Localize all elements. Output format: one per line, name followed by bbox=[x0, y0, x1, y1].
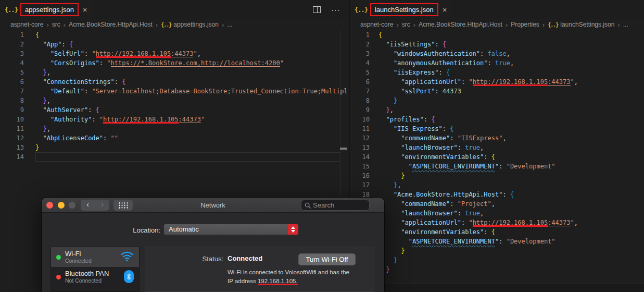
token: , bbox=[510, 59, 514, 67]
url-link[interactable]: :44373 bbox=[171, 50, 193, 57]
line-number: 9 bbox=[350, 105, 370, 115]
line-content: "CorsOrigins": "https://*.BookStore.com,… bbox=[24, 58, 284, 68]
code-line[interactable]: 16 } bbox=[350, 171, 644, 180]
code-line[interactable]: 11 "IIS Express": { bbox=[350, 124, 644, 133]
wifi-icon bbox=[120, 250, 134, 264]
code-line[interactable]: 9 }, bbox=[350, 105, 644, 115]
token: { bbox=[378, 31, 382, 39]
code-line[interactable]: 1{ bbox=[350, 30, 644, 40]
code-line[interactable]: 13 "launchBrowser": true, bbox=[350, 143, 644, 152]
window-titlebar[interactable]: ‹ › Network Search bbox=[42, 198, 384, 213]
code-line[interactable]: 2 "App": { bbox=[0, 40, 349, 49]
red-annotated-url[interactable]: http://192.168.1.105 bbox=[103, 116, 179, 124]
code-line[interactable]: 1{ bbox=[0, 30, 349, 40]
code-line[interactable]: 19 "commandName": "Project", bbox=[350, 199, 644, 209]
close-tab-icon[interactable]: × bbox=[83, 5, 87, 14]
code-line[interactable]: 7 "sslPort": 44373 bbox=[350, 87, 644, 96]
line-content: "environmentVariables": { bbox=[370, 152, 495, 162]
token: , bbox=[197, 50, 201, 57]
tab-launchsettings-json[interactable]: {..} launchSettings.json × bbox=[350, 0, 452, 19]
url-link[interactable]: :44373 bbox=[179, 116, 201, 123]
service-status: Not Connected bbox=[65, 277, 102, 284]
code-line[interactable]: 9 "AuthServer": { bbox=[0, 105, 349, 115]
search-field[interactable]: Search bbox=[301, 200, 370, 211]
code-line[interactable]: 5 "iisExpress": { bbox=[350, 68, 644, 77]
breadcrumb-separator: › bbox=[222, 21, 224, 29]
breadcrumb-item[interactable]: src bbox=[402, 21, 410, 28]
code-line[interactable]: 23 "ASPNETCORE_ENVIRONMENT": "Developmen… bbox=[350, 237, 644, 246]
code-line[interactable]: 8 } bbox=[350, 96, 644, 105]
code-line[interactable]: 11 }, bbox=[0, 124, 349, 133]
code-line[interactable]: 20 "launchBrowser": true, bbox=[350, 209, 644, 218]
overview-ruler-cursor-marker[interactable] bbox=[340, 148, 347, 150]
breadcrumb-item[interactable]: aspnet-core bbox=[10, 21, 43, 28]
code-line[interactable]: 8 }, bbox=[0, 96, 349, 105]
breadcrumb-item[interactable]: ... bbox=[623, 21, 628, 28]
breadcrumb-item[interactable]: Acme.BookStore.HttpApi.Host bbox=[419, 21, 502, 28]
service-row-wi-fi[interactable]: Wi-FiConnected bbox=[51, 247, 139, 267]
code-line[interactable]: 22 "environmentVariables": { bbox=[350, 227, 644, 237]
service-name: Bluetooth PAN bbox=[65, 270, 109, 277]
code-line[interactable]: 4 "anonymousAuthentication": true, bbox=[350, 58, 644, 68]
service-row-bluetooth-pan[interactable]: Bluetooth PANNot Connected bbox=[51, 267, 139, 287]
red-annotated-url[interactable]: http://192.168.1.105 bbox=[473, 78, 548, 86]
breadcrumb-item[interactable]: ... bbox=[227, 21, 232, 28]
code-line[interactable]: 13} bbox=[0, 143, 349, 152]
more-actions-icon[interactable]: ··· bbox=[331, 7, 340, 13]
json-file-icon: {..} bbox=[548, 22, 558, 28]
line-content: }, bbox=[370, 105, 394, 115]
code-line[interactable]: 21 "applicationUrl": "http://192.168.1.1… bbox=[350, 218, 644, 227]
line-content: "anonymousAuthentication": true, bbox=[370, 58, 514, 68]
code-line[interactable]: 24 } bbox=[350, 246, 644, 256]
code-line[interactable]: 12 "AbpLicenseCode": "" bbox=[0, 133, 349, 143]
turn-wifi-off-button[interactable]: Turn Wi-Fi Off bbox=[298, 253, 356, 265]
code-line[interactable]: 5 }, bbox=[0, 68, 349, 77]
code-line[interactable]: 18 "Acme.BookStore.HttpApi.Host": { bbox=[350, 190, 644, 199]
line-content: "commandName": "Project", bbox=[370, 199, 495, 209]
line-content: "AuthServer": { bbox=[24, 105, 99, 115]
breadcrumb-item[interactable]: src bbox=[52, 21, 60, 28]
code-line[interactable]: 17 }, bbox=[350, 180, 644, 190]
token: "commandName" bbox=[378, 200, 450, 208]
code-line[interactable]: 15 "ASPNETCORE_ENVIRONMENT": "Developmen… bbox=[350, 162, 644, 171]
url-link[interactable]: https://*.BookStore.com,http://localhost… bbox=[111, 59, 280, 67]
breadcrumb-item[interactable]: Properties bbox=[511, 21, 539, 28]
code-line[interactable]: 7 "Default": "Server=localhost;Database=… bbox=[0, 87, 349, 96]
line-content: "windowsAuthentication": false, bbox=[370, 49, 510, 58]
token: " bbox=[107, 59, 110, 67]
token: : bbox=[461, 219, 469, 226]
line-number: 12 bbox=[0, 133, 24, 143]
code-line[interactable]: 10 "profiles": { bbox=[350, 115, 644, 124]
token: "ConnectionStrings" bbox=[35, 78, 115, 86]
code-line[interactable]: 10 "Authority": "http://192.168.1.105:44… bbox=[0, 115, 349, 124]
code-line[interactable]: 3 "windowsAuthentication": false, bbox=[350, 49, 644, 58]
breadcrumb-separator: › bbox=[64, 21, 66, 29]
code-line[interactable]: 6 "ConnectionStrings": { bbox=[0, 77, 349, 87]
url-link[interactable]: :44373 bbox=[548, 219, 570, 226]
breadcrumb-item[interactable]: aspnet-core bbox=[360, 21, 393, 28]
overview-ruler bbox=[340, 30, 340, 196]
breadcrumb-item[interactable]: Acme.BookStore.HttpApi.Host bbox=[69, 21, 153, 28]
url-link[interactable]: :44373 bbox=[548, 78, 570, 86]
token: "Development" bbox=[507, 163, 555, 170]
code-line[interactable]: 4 "CorsOrigins": "https://*.BookStore.co… bbox=[0, 58, 349, 68]
code-line[interactable]: 6 "applicationUrl": "http://192.168.1.10… bbox=[350, 77, 644, 87]
location-dropdown[interactable]: Automatic bbox=[163, 224, 299, 235]
code-line[interactable]: 3 "SelfUrl": "http://192.168.1.105:44373… bbox=[0, 49, 349, 58]
split-editor-icon[interactable] bbox=[313, 6, 321, 13]
line-number: 13 bbox=[0, 143, 24, 152]
code-line[interactable]: 14 "environmentVariables": { bbox=[350, 152, 644, 162]
code-line[interactable]: 12 "commandName": "IISExpress", bbox=[350, 133, 644, 143]
line-content: "applicationUrl": "http://192.168.1.105:… bbox=[370, 218, 578, 227]
code-line[interactable]: 25 } bbox=[350, 256, 644, 265]
line-number: 5 bbox=[0, 68, 24, 77]
code-line[interactable]: 26 } bbox=[350, 265, 644, 274]
breadcrumb-item[interactable]: appsettings.json bbox=[173, 21, 219, 28]
red-annotated-url[interactable]: http://192.168.1.105 bbox=[96, 50, 171, 58]
code-line[interactable]: 2 "iisSettings": { bbox=[350, 40, 644, 49]
breadcrumb-item[interactable]: launchSettings.json bbox=[560, 21, 614, 28]
close-tab-icon[interactable]: × bbox=[443, 5, 447, 14]
tab-appsettings-json[interactable]: {..} appsettings.json × bbox=[0, 0, 93, 19]
line-number: 16 bbox=[350, 171, 370, 180]
red-annotated-url[interactable]: http://192.168.1.105 bbox=[473, 219, 548, 227]
